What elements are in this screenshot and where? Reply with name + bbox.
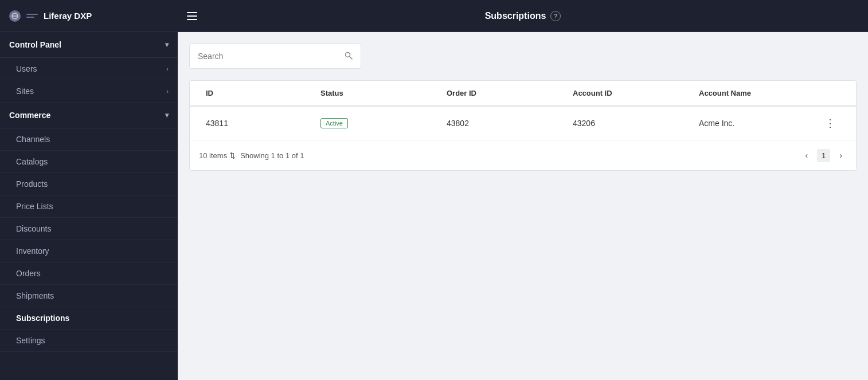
sidebar-item-products[interactable]: Products xyxy=(0,173,178,195)
topbar-title-container: Subscriptions ? xyxy=(485,11,561,21)
sidebar-item-orders[interactable]: Orders xyxy=(0,263,178,285)
control-panel-chevron-icon: ▾ xyxy=(165,41,169,49)
sidebar-item-price-lists[interactable]: Price Lists xyxy=(0,195,178,218)
search-input[interactable] xyxy=(198,52,345,61)
search-bar[interactable] xyxy=(189,44,361,69)
sidebar-item-settings[interactable]: Settings xyxy=(0,330,178,352)
sidebar-item-discounts-label: Discounts xyxy=(16,224,51,233)
sidebar-item-orders-label: Orders xyxy=(16,269,41,278)
showing-label: Showing 1 to 1 of 1 xyxy=(240,151,304,160)
help-icon[interactable]: ? xyxy=(550,11,561,21)
sidebar-item-users[interactable]: Users › xyxy=(0,58,178,80)
sidebar-logo-lines xyxy=(26,14,38,18)
sidebar-item-inventory-label: Inventory xyxy=(16,246,49,256)
sidebar-item-shipments-label: Shipments xyxy=(16,291,54,300)
topbar: Subscriptions ? xyxy=(178,0,868,32)
subscriptions-table: ID Status Order ID Account ID Account Na… xyxy=(189,80,857,171)
table-row: 43811 Active 43802 43206 Acme Inc. ⋮ xyxy=(190,107,856,140)
col-account-name: Account Name xyxy=(692,81,847,105)
col-status: Status xyxy=(314,81,440,105)
cell-id: 43811 xyxy=(199,111,314,136)
commerce-label: Commerce xyxy=(9,111,50,120)
commerce-chevron-icon: ▾ xyxy=(165,111,169,119)
content-area: ID Status Order ID Account ID Account Na… xyxy=(178,32,868,380)
sidebar-item-channels-label: Channels xyxy=(16,135,50,144)
sidebar-item-sites-label: Sites xyxy=(16,87,34,96)
status-badge: Active xyxy=(320,118,348,128)
sidebar-item-catalogs[interactable]: Catalogs xyxy=(0,151,178,173)
cell-status: Active xyxy=(314,110,440,136)
pagination-right: ‹ 1 › xyxy=(800,148,847,162)
search-icon xyxy=(345,52,353,61)
sidebar-item-discounts[interactable]: Discounts xyxy=(0,218,178,240)
cell-account-id: 43206 xyxy=(566,111,692,136)
control-panel-section: Control Panel ▾ Users › Sites › xyxy=(0,32,178,103)
sidebar-item-channels[interactable]: Channels xyxy=(0,128,178,151)
sidebar-item-sites[interactable]: Sites › xyxy=(0,80,178,103)
svg-rect-2 xyxy=(187,12,197,13)
table-header: ID Status Order ID Account ID Account Na… xyxy=(190,81,856,107)
app-title: Liferay DXP xyxy=(44,11,92,21)
users-arrow-icon: › xyxy=(166,65,169,72)
page-title: Subscriptions xyxy=(485,11,546,21)
prev-page-button[interactable]: ‹ xyxy=(800,148,812,162)
svg-line-6 xyxy=(350,56,353,59)
sidebar-item-inventory[interactable]: Inventory xyxy=(0,240,178,263)
svg-rect-4 xyxy=(187,19,197,20)
pagination: 10 items ⇅ Showing 1 to 1 of 1 ‹ 1 › xyxy=(190,140,856,170)
row-menu-button[interactable]: ⋮ xyxy=(820,115,840,132)
sites-arrow-icon: › xyxy=(166,88,169,95)
commerce-section: Commerce ▾ Channels Catalogs Products Pr… xyxy=(0,103,178,352)
pagination-left: 10 items ⇅ Showing 1 to 1 of 1 xyxy=(199,151,304,160)
sidebar-item-products-label: Products xyxy=(16,179,48,189)
cell-order-id: 43802 xyxy=(440,111,566,136)
sidebar-item-settings-label: Settings xyxy=(16,336,45,345)
main-area: Subscriptions ? ID Status Order ID Accou… xyxy=(178,0,868,380)
commerce-header[interactable]: Commerce ▾ xyxy=(0,103,178,128)
sidebar-item-shipments[interactable]: Shipments xyxy=(0,285,178,307)
col-id: ID xyxy=(199,81,314,105)
sidebar-item-subscriptions-label: Subscriptions xyxy=(16,314,69,323)
sidebar-header: Liferay DXP xyxy=(0,0,178,32)
sidebar-item-users-label: Users xyxy=(16,64,37,73)
current-page: 1 xyxy=(817,149,830,162)
next-page-button[interactable]: › xyxy=(835,148,847,162)
items-per-page-select[interactable]: 10 items ⇅ xyxy=(199,151,236,160)
items-per-page-chevron-icon: ⇅ xyxy=(229,151,236,160)
cell-account-name-actions: Acme Inc. ⋮ xyxy=(692,107,847,140)
sidebar-item-subscriptions[interactable]: Subscriptions xyxy=(0,307,178,330)
items-per-page-label: 10 items xyxy=(199,151,227,160)
col-order-id: Order ID xyxy=(440,81,566,105)
sidebar-toggle-button[interactable] xyxy=(187,12,197,20)
col-account-id: Account ID xyxy=(566,81,692,105)
sidebar: Liferay DXP Control Panel ▾ Users › Site… xyxy=(0,0,178,380)
app-logo-icon xyxy=(9,10,21,22)
control-panel-header[interactable]: Control Panel ▾ xyxy=(0,32,178,58)
sidebar-item-price-lists-label: Price Lists xyxy=(16,202,53,211)
sidebar-item-catalogs-label: Catalogs xyxy=(16,157,48,166)
svg-rect-3 xyxy=(187,15,197,17)
cell-account-name: Acme Inc. xyxy=(699,119,820,128)
control-panel-label: Control Panel xyxy=(9,40,61,49)
